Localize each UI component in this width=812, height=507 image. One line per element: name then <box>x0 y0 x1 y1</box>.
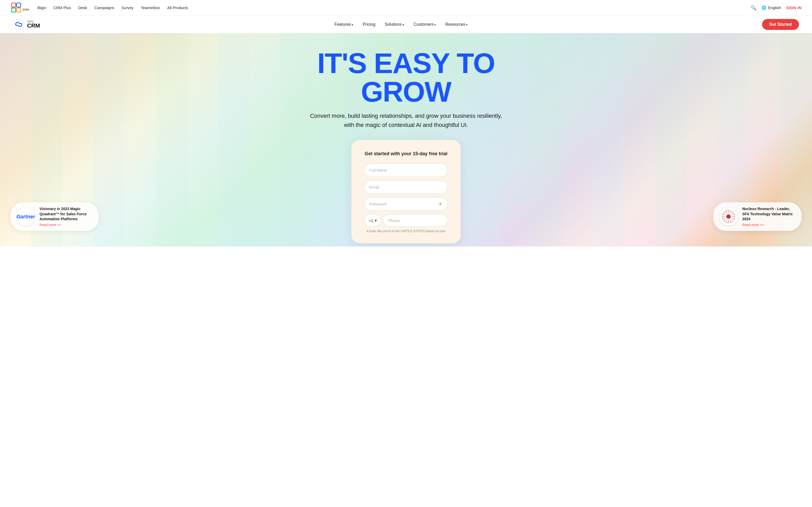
crm-logo-icon <box>13 19 24 30</box>
password-wrapper: 👁 <box>364 198 448 211</box>
top-bar: ZOHO Bigin CRM Plus Desk Campaigns Surve… <box>0 0 812 16</box>
gartner-award-badge: Gartner Visionary in 2023 Magic Quadrant… <box>10 202 99 231</box>
crm-logo-crm-label: CRM <box>27 23 40 29</box>
crm-logo: Zoho CRM <box>13 19 40 30</box>
get-started-button[interactable]: Get Started <box>762 19 799 30</box>
sign-in-button[interactable]: SIGN IN <box>786 5 802 10</box>
hero-headline: IT'S EASY TO GROW <box>317 49 495 106</box>
svg-rect-0 <box>11 3 16 7</box>
crm-main-nav: Features Pricing Solutions Customers Res… <box>334 22 468 27</box>
crm-logo-text: Zoho CRM <box>27 20 40 29</box>
nucleus-logo-circle <box>719 208 738 226</box>
crm-nav-customers[interactable]: Customers <box>414 22 436 26</box>
nucleus-title: Nucleus Research - Leader, SFA Technolog… <box>742 207 795 222</box>
zoho-logo: ZOHO <box>10 2 29 13</box>
hero-section: IT'S EASY TO GROW Convert more, build la… <box>0 33 812 246</box>
crm-nav-resources[interactable]: Resources <box>445 22 468 26</box>
top-bar-left: ZOHO Bigin CRM Plus Desk Campaigns Surve… <box>10 2 188 13</box>
gartner-title: Visionary in 2023 Magic Quadrant™ for Sa… <box>40 207 93 222</box>
gartner-logo-text: Gartner <box>17 214 35 220</box>
language-label: English <box>768 5 781 10</box>
crm-nav-pricing[interactable]: Pricing <box>363 22 375 26</box>
gartner-read-more[interactable]: Read more >> <box>40 223 93 227</box>
top-nav-bigin[interactable]: Bigin <box>38 5 46 10</box>
nucleus-read-more[interactable]: Read more >> <box>742 223 795 227</box>
email-input[interactable] <box>364 180 448 194</box>
svg-rect-2 <box>11 8 16 12</box>
top-nav-all-products[interactable]: All Products <box>167 5 188 10</box>
country-code-chevron: ▾ <box>375 218 377 223</box>
nucleus-award-text: Nucleus Research - Leader, SFA Technolog… <box>742 207 795 227</box>
signup-form: 👁 +1 ▾ It looks like you're in the UNITE… <box>364 164 448 233</box>
password-toggle-icon[interactable]: 👁 <box>438 201 443 207</box>
language-selector[interactable]: 🌐 English <box>762 5 781 10</box>
signup-title-text: Get started with your 15-day free trial <box>365 151 447 156</box>
password-input[interactable] <box>364 198 448 211</box>
svg-point-5 <box>13 19 24 30</box>
top-nav-campaigns[interactable]: Campaigns <box>94 5 114 10</box>
crm-nav: Zoho CRM Features Pricing Solutions Cust… <box>0 16 812 33</box>
top-nav-survey[interactable]: Survey <box>121 5 134 10</box>
top-nav-desk[interactable]: Desk <box>78 5 87 10</box>
phone-wrapper: +1 ▾ <box>364 214 448 227</box>
crm-nav-solutions[interactable]: Solutions <box>385 22 404 26</box>
top-nav-teaminbox[interactable]: TeamInbox <box>141 5 160 10</box>
crm-nav-features[interactable]: Features <box>334 22 353 26</box>
signup-card: Get started with your 15-day free trial … <box>351 140 461 243</box>
hero-title-line2: GROW <box>317 77 495 106</box>
top-nav: Bigin CRM Plus Desk Campaigns Survey Tea… <box>38 5 188 10</box>
top-bar-right: 🔍 🌐 English SIGN IN <box>751 5 802 11</box>
location-note-text: It looks like you're in the UNITED STATE… <box>367 229 445 233</box>
gartner-logo: Gartner <box>17 208 35 226</box>
gartner-award-text: Visionary in 2023 Magic Quadrant™ for Sa… <box>40 207 93 227</box>
phone-input[interactable] <box>383 214 448 227</box>
country-code-value: +1 <box>369 218 373 223</box>
svg-rect-1 <box>17 3 21 7</box>
svg-point-7 <box>726 215 730 219</box>
svg-rect-3 <box>17 8 21 12</box>
svg-text:ZOHO: ZOHO <box>22 8 29 11</box>
nucleus-logo-svg <box>721 210 736 224</box>
full-name-input[interactable] <box>364 164 448 177</box>
search-icon: 🔍 <box>751 5 756 10</box>
top-nav-crm-plus[interactable]: CRM Plus <box>53 5 71 10</box>
country-code-selector[interactable]: +1 ▾ <box>364 214 381 227</box>
signup-card-title: Get started with your 15-day free trial <box>364 150 448 157</box>
hero-title-line1: IT'S EASY TO <box>317 49 495 77</box>
location-note: It looks like you're in the UNITED STATE… <box>364 229 448 233</box>
globe-icon: 🌐 <box>762 5 766 10</box>
nucleus-award-badge: Nucleus Research - Leader, SFA Technolog… <box>713 202 802 231</box>
search-button[interactable]: 🔍 <box>751 5 756 11</box>
hero-subtext: Convert more, build lasting relationship… <box>310 111 502 129</box>
hero-subtext-text: Convert more, build lasting relationship… <box>310 113 502 128</box>
